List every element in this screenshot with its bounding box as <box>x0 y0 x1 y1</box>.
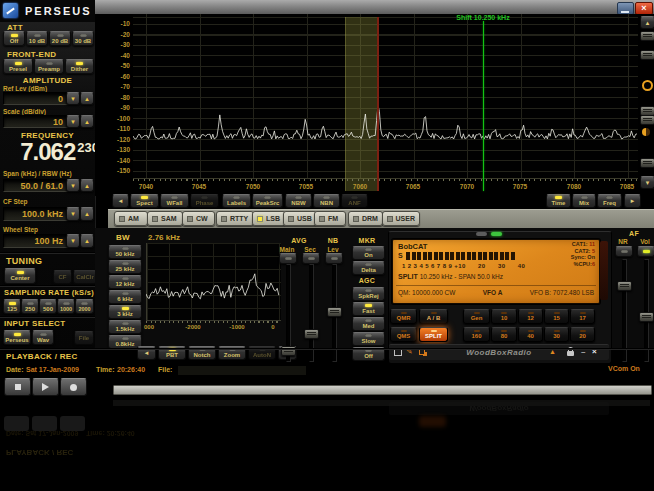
cf-step-value[interactable]: 100.0 kHz <box>3 207 68 221</box>
band-40m-button[interactable]: 40 <box>518 327 543 342</box>
wheel-step-value[interactable]: 100 Hz <box>3 234 68 248</box>
nbn-button[interactable]: NBN <box>313 194 340 208</box>
span-rbw-value[interactable]: 50.0 / 61.0 <box>3 179 68 192</box>
rate-125-button[interactable]: 125 <box>3 299 21 314</box>
tuning-center-button[interactable]: Center <box>4 268 36 284</box>
vol-slider-handle[interactable] <box>639 312 654 322</box>
split-button[interactable]: SPLIT <box>419 327 448 342</box>
bw-1-5khz-button[interactable]: 1.5kHz <box>108 320 142 334</box>
peaksrc-button[interactable]: PeakSrc <box>252 194 283 208</box>
span-up-button[interactable]: ▲ <box>80 179 94 192</box>
mode-usb-button[interactable]: USB <box>283 211 317 226</box>
wheel-step-up-button[interactable]: ▲ <box>80 234 94 248</box>
rate-250-button[interactable]: 250 <box>21 299 39 314</box>
mkr-delta-button[interactable]: Delta <box>352 261 385 275</box>
time-button[interactable]: Time <box>546 194 571 208</box>
input-file-button[interactable]: File <box>74 331 94 345</box>
nbw-button[interactable]: NBW <box>285 194 312 208</box>
stop-button[interactable] <box>4 378 31 396</box>
vol-slider-track[interactable] <box>644 259 649 362</box>
mkr-on-button[interactable]: On <box>352 246 385 260</box>
record-button[interactable] <box>60 378 87 396</box>
input-perseus-button[interactable]: Perseus <box>3 330 31 345</box>
scale-up-button[interactable]: ▲ <box>80 115 94 128</box>
file-field[interactable] <box>177 365 307 376</box>
bw-25khz-button[interactable]: 25 kHz <box>108 260 142 274</box>
ref-lev-value[interactable]: 0 <box>3 92 68 105</box>
band-10m-button[interactable]: 10 <box>491 309 517 324</box>
rate-500-button[interactable]: 500 <box>39 299 57 314</box>
spectrum-handle[interactable] <box>640 115 654 125</box>
qms-button[interactable]: QMS <box>390 327 417 342</box>
spectrum-handle[interactable] <box>640 158 654 168</box>
nr-slider-track[interactable] <box>622 259 627 362</box>
avg-sec-slider-handle[interactable] <box>304 329 319 339</box>
bw-6khz-button[interactable]: 6 kHz <box>108 290 142 304</box>
wheel-step-down-button[interactable]: ▼ <box>66 234 80 248</box>
spect-right-arrow-button[interactable]: ► <box>624 194 641 208</box>
band-80m-button[interactable]: 80 <box>491 327 517 342</box>
contrast-icon[interactable] <box>642 128 650 136</box>
att-10db-button[interactable]: 10 dB <box>26 31 48 46</box>
avg-sec-led-button[interactable] <box>302 253 320 264</box>
mix-button[interactable]: Mix <box>572 194 596 208</box>
agc-fast-button[interactable]: Fast <box>352 302 385 316</box>
att-off-button[interactable]: Off <box>3 31 25 46</box>
nb-lev-slider-handle[interactable] <box>327 307 342 317</box>
freq-button[interactable]: Freq <box>597 194 622 208</box>
bw-50khz-button[interactable]: 50 kHz <box>108 245 142 259</box>
ref-lev-up-button[interactable]: ▲ <box>80 92 94 105</box>
play-button[interactable] <box>32 378 59 396</box>
wfall-button[interactable]: WFall <box>160 194 189 208</box>
presel-button[interactable]: Presel <box>3 59 33 74</box>
nb-lev-led-button[interactable] <box>325 253 343 264</box>
band-12m-button[interactable]: 12 <box>518 309 543 324</box>
phase-button[interactable]: Phase <box>190 194 219 208</box>
rate-1000-button[interactable]: 1000 <box>57 299 75 314</box>
band-gen-button[interactable]: Gen <box>463 309 490 324</box>
tuning-calclr-button[interactable]: CalClr <box>73 270 97 284</box>
mode-fm-button[interactable]: FM <box>314 211 346 226</box>
rate-2000-button[interactable]: 2000 <box>75 299 94 314</box>
scale-value[interactable]: 10 <box>3 115 68 128</box>
band-15m-button[interactable]: 15 <box>544 309 569 324</box>
band-30m-button[interactable]: 30 <box>544 327 569 342</box>
agc-slow-button[interactable]: Slow <box>352 332 385 346</box>
mode-cw-button[interactable]: CW <box>182 211 215 226</box>
bw-12khz-button[interactable]: 12 kHz <box>108 275 142 289</box>
nr-slider-handle[interactable] <box>617 281 632 291</box>
mode-drm-button[interactable]: DRM <box>348 211 383 226</box>
spectrum-scroll-down-button[interactable]: ▼ <box>640 176 654 189</box>
att-20db-button[interactable]: 20 dB <box>49 31 71 46</box>
dither-button[interactable]: Dither <box>65 59 94 74</box>
avg-main-led-button[interactable] <box>279 253 297 264</box>
scale-down-button[interactable]: ▼ <box>66 115 80 128</box>
preamp-button[interactable]: Preamp <box>34 59 64 74</box>
span-down-button[interactable]: ▼ <box>66 179 80 192</box>
input-wav-button[interactable]: Wav <box>32 330 54 345</box>
band-20m-button[interactable]: 20 <box>570 327 595 342</box>
shift-marker-line[interactable] <box>483 21 484 191</box>
agc-spkrej-button[interactable]: SpkRej <box>352 287 385 301</box>
band-17m-button[interactable]: 17 <box>570 309 595 324</box>
labels-button[interactable]: Labels <box>222 194 251 208</box>
cf-step-up-button[interactable]: ▲ <box>80 207 94 221</box>
frequency-display[interactable]: 7.062 230 <box>0 139 101 167</box>
nr-led-button[interactable] <box>615 246 633 257</box>
lock-icon[interactable] <box>567 351 574 356</box>
ab-button[interactable]: A / B <box>419 309 448 324</box>
spectrum-scroll-up-button[interactable]: ▲ <box>640 16 654 29</box>
mode-rtty-button[interactable]: RTTY <box>216 211 254 226</box>
mode-am-button[interactable]: AM <box>114 211 148 226</box>
tune-marker-line[interactable] <box>377 17 379 191</box>
spectrum-handle[interactable] <box>640 50 654 60</box>
bw-3khz-button[interactable]: 3 kHz <box>108 305 142 319</box>
agc-med-button[interactable]: Med <box>352 317 385 331</box>
mode-user-button[interactable]: USER <box>382 211 420 226</box>
spect-button[interactable]: Spect <box>130 194 159 208</box>
anf-button[interactable]: ANF <box>341 194 368 208</box>
tuning-cf-button[interactable]: CF <box>53 270 72 284</box>
att-30db-button[interactable]: 30 dB <box>72 31 94 46</box>
vol-led-button[interactable] <box>637 246 654 257</box>
spect-left-arrow-button[interactable]: ◄ <box>112 194 129 208</box>
